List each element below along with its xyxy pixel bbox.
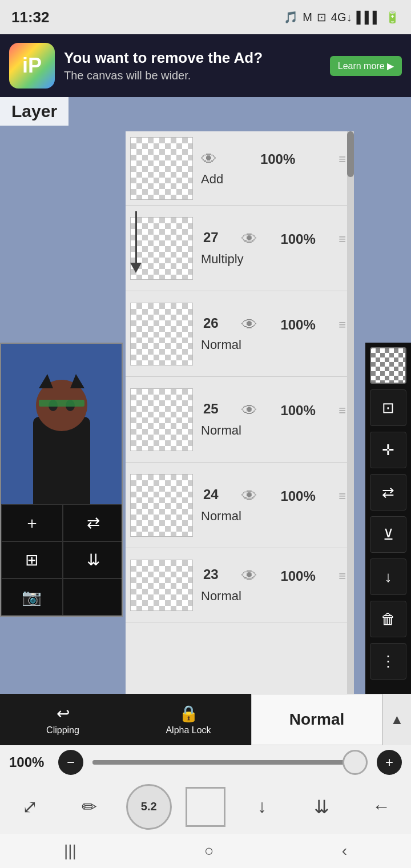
visibility-icon[interactable]: 👁	[241, 230, 257, 248]
layer-item[interactable]: 25 👁 100% ≡ Normal	[126, 377, 354, 463]
opacity-slider-fill	[92, 760, 345, 765]
back-button[interactable]: ←	[358, 784, 404, 830]
layer-item[interactable]: 24 👁 100% ≡ Normal	[126, 463, 354, 548]
visibility-icon[interactable]: 👁	[241, 401, 257, 420]
brush-tool-button[interactable]: ✏	[66, 784, 112, 830]
layer-opacity: 100%	[280, 231, 315, 247]
layer-blend-mode: Add	[201, 172, 223, 187]
layer-menu-icon[interactable]: ≡	[339, 318, 346, 332]
layer-menu-icon[interactable]: ≡	[339, 232, 346, 247]
layer-number: 24	[203, 487, 219, 503]
transform-button[interactable]: ⊡	[370, 389, 406, 426]
brush-size-button[interactable]: 5.2	[126, 784, 172, 830]
layer-number: 26	[203, 315, 219, 331]
layer-blend-mode: Normal	[201, 509, 241, 524]
layer-menu-icon[interactable]: ≡	[339, 403, 346, 418]
more-options-button[interactable]: ⋮	[370, 643, 406, 680]
more-icon: ⋮	[381, 653, 396, 670]
checker-board-button[interactable]	[370, 347, 406, 384]
layer-item[interactable]: 👁 100% ≡ Add	[126, 131, 354, 206]
wifi-icon: ▌▌▌	[356, 11, 381, 24]
ad-logo: iP	[9, 43, 55, 89]
visibility-icon[interactable]: 👁	[201, 150, 217, 168]
mail-icon: M	[303, 11, 312, 24]
blend-mode-selector[interactable]: Normal	[251, 694, 382, 745]
download-button[interactable]: ↓	[370, 558, 406, 595]
layer-blend-mode: Multiply	[201, 252, 244, 267]
layer-menu-icon[interactable]: ≡	[339, 152, 346, 167]
empty-btn	[63, 578, 123, 616]
ad-title: You want to remove the Ad?	[64, 49, 321, 67]
camera-button[interactable]: 📷	[1, 578, 63, 616]
visibility-icon[interactable]: 👁	[241, 487, 257, 505]
layer-number: 23	[203, 566, 219, 582]
layer-menu-icon[interactable]: ≡	[339, 569, 346, 584]
selection-tool-button[interactable]: ⤢	[7, 784, 53, 830]
layer-row-bottom: Normal	[201, 423, 346, 438]
visibility-icon[interactable]: 👁	[241, 566, 257, 585]
alpha-lock-button[interactable]: 🔒 Alpha Lock	[126, 694, 251, 745]
back-nav-button[interactable]: ‹	[342, 842, 347, 860]
multiply-arrow	[130, 211, 142, 273]
ad-learn-more-button[interactable]: Learn more ▶	[330, 56, 402, 76]
merge-button[interactable]: ⇊	[63, 541, 123, 578]
layer-blend-mode: Normal	[201, 337, 241, 352]
home-button[interactable]: ○	[204, 842, 214, 860]
layer-item[interactable]: 26 👁 100% ≡ Normal	[126, 291, 354, 377]
selection-icon: ⤢	[22, 796, 38, 818]
add-icon: ＋	[24, 512, 40, 534]
layer-thumbnail	[130, 137, 193, 200]
layer-scrollbar[interactable]	[347, 131, 354, 725]
move-down-2-button[interactable]: ⇊	[299, 784, 345, 830]
opacity-slider-thumb[interactable]	[342, 750, 368, 775]
clipping-label: Clipping	[46, 725, 79, 736]
add-group-button[interactable]: ⊞	[1, 541, 63, 578]
mode-dropdown-arrow[interactable]: ▲	[382, 694, 411, 745]
layer-info: 26 👁 100% ≡ Normal	[198, 313, 349, 355]
opacity-decrease-button[interactable]: −	[58, 750, 83, 775]
export-button[interactable]: ⊻	[370, 516, 406, 553]
layer-panel: 👁 100% ≡ Add 27 👁 100% ≡ Mu	[126, 131, 354, 725]
svg-rect-6	[39, 400, 84, 407]
move-down-button[interactable]: ↓	[239, 784, 285, 830]
layer-row-top: 27 👁 100% ≡	[201, 230, 346, 248]
layer-row-bottom: Multiply	[201, 252, 346, 267]
back-icon: ←	[372, 796, 390, 817]
canvas-area: Layer	[0, 97, 411, 777]
export-icon: ⊻	[383, 526, 394, 544]
opacity-increase-button[interactable]: +	[377, 750, 402, 775]
layer-item[interactable]: 27 👁 100% ≡ Multiply	[126, 206, 354, 291]
move-button[interactable]: ✛	[370, 432, 406, 468]
layer-info: 👁 100% ≡ Add	[198, 147, 349, 189]
scrollbar-thumb[interactable]	[347, 131, 354, 177]
layer-row-bottom: Normal	[201, 589, 346, 604]
ad-banner: iP You want to remove the Ad? The canvas…	[0, 34, 411, 97]
trash-button[interactable]: 🗑	[370, 601, 406, 637]
flip-icon: ⇄	[87, 513, 100, 532]
layer-number: 25	[203, 401, 219, 417]
layer-row-top: 25 👁 100% ≡	[201, 401, 346, 420]
layer-thumbnail	[130, 560, 193, 611]
layer-thumbnail	[130, 388, 193, 451]
bottom-toolbar: ⤢ ✏ 5.2 ↓ ⇊ ←	[0, 779, 411, 834]
flip-h-button[interactable]: ⇄	[370, 474, 406, 511]
layer-number: 27	[203, 230, 219, 246]
mode-bar: ↩ Clipping 🔒 Alpha Lock Normal ▲	[0, 694, 411, 745]
layer-info: 25 👁 100% ≡ Normal	[198, 399, 349, 440]
layer-menu-icon[interactable]: ≡	[339, 489, 346, 504]
menu-button[interactable]: |||	[64, 842, 76, 860]
layer-item[interactable]: 23 👁 100% ≡ Normal	[126, 548, 354, 622]
brush-icon: ✏	[82, 796, 97, 818]
clipping-button[interactable]: ↩ Clipping	[0, 694, 126, 745]
color-picker-button[interactable]	[186, 787, 225, 827]
add-layer-button[interactable]: ＋	[1, 504, 63, 541]
opacity-slider-track[interactable]	[92, 760, 368, 765]
visibility-icon[interactable]: 👁	[241, 315, 257, 334]
layer-opacity: 100%	[260, 151, 295, 167]
layer-row-top: 26 👁 100% ≡	[201, 315, 346, 334]
flip-button[interactable]: ⇄	[63, 504, 123, 541]
layer-row-bottom: Add	[201, 172, 346, 187]
svg-marker-2	[39, 374, 53, 388]
chevron-up-icon: ▲	[390, 712, 404, 728]
flip-h-icon: ⇄	[382, 484, 394, 501]
